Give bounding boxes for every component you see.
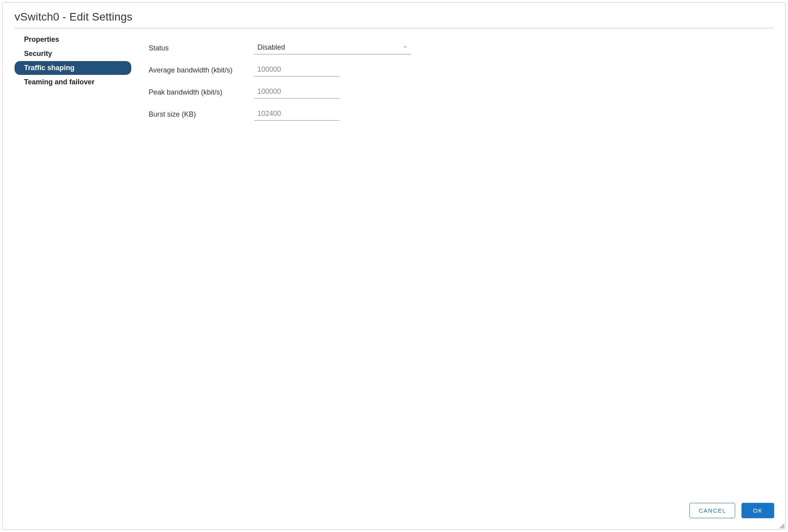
label-status: Status bbox=[149, 44, 254, 52]
row-average-bandwidth: Average bandwidth (kbit/s) bbox=[149, 64, 773, 76]
sidebar: Properties Security Traffic shaping Team… bbox=[15, 32, 131, 497]
sidebar-item-label: Traffic shaping bbox=[24, 64, 75, 72]
sidebar-item-label: Security bbox=[24, 50, 52, 58]
form-content: Status Disabled Average bandwidth (kbit/… bbox=[131, 32, 773, 497]
ok-button[interactable]: OK bbox=[741, 503, 774, 518]
dialog-header: vSwitch0 - Edit Settings bbox=[3, 3, 785, 28]
edit-settings-dialog: vSwitch0 - Edit Settings Properties Secu… bbox=[2, 2, 786, 530]
chevron-down-icon bbox=[402, 44, 408, 51]
average-bandwidth-input[interactable] bbox=[254, 64, 339, 76]
label-burst-size: Burst size (KB) bbox=[149, 110, 254, 119]
row-peak-bandwidth: Peak bandwidth (kbit/s) bbox=[149, 86, 773, 99]
cancel-button[interactable]: CANCEL bbox=[689, 503, 735, 518]
dialog-body: Properties Security Traffic shaping Team… bbox=[3, 28, 785, 497]
status-select[interactable]: Disabled bbox=[254, 42, 411, 54]
dialog-footer: CANCEL OK bbox=[3, 497, 785, 529]
label-average-bandwidth: Average bandwidth (kbit/s) bbox=[149, 66, 254, 74]
sidebar-item-security[interactable]: Security bbox=[15, 47, 131, 61]
sidebar-item-teaming-failover[interactable]: Teaming and failover bbox=[15, 75, 131, 89]
status-select-value: Disabled bbox=[257, 43, 285, 52]
sidebar-item-label: Properties bbox=[24, 35, 59, 43]
sidebar-item-properties[interactable]: Properties bbox=[15, 33, 131, 47]
row-status: Status Disabled bbox=[149, 42, 773, 54]
peak-bandwidth-input[interactable] bbox=[254, 86, 339, 99]
dialog-title: vSwitch0 - Edit Settings bbox=[15, 11, 773, 23]
row-burst-size: Burst size (KB) bbox=[149, 108, 773, 121]
sidebar-item-label: Teaming and failover bbox=[24, 78, 95, 86]
sidebar-item-traffic-shaping[interactable]: Traffic shaping bbox=[15, 61, 131, 75]
label-peak-bandwidth: Peak bandwidth (kbit/s) bbox=[149, 88, 254, 97]
resize-handle-icon[interactable] bbox=[779, 523, 784, 528]
burst-size-input[interactable] bbox=[254, 108, 339, 121]
